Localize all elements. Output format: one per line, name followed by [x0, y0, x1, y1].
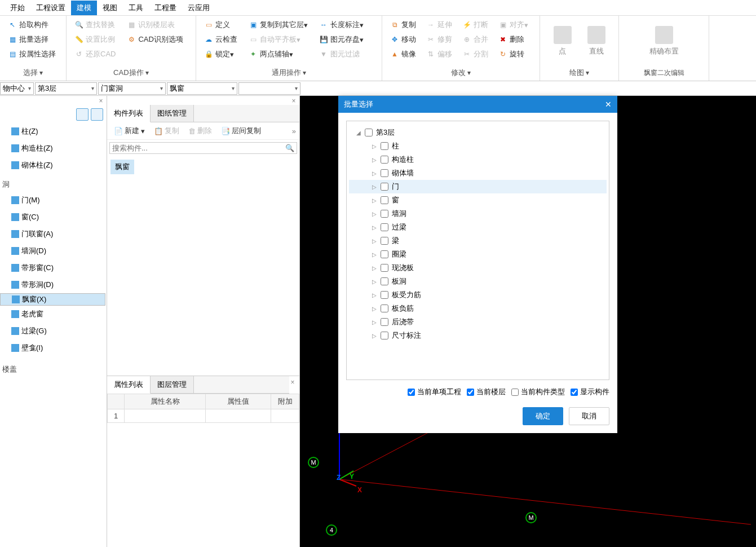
selector-category[interactable]: 门窗洞▾: [98, 82, 166, 95]
expand-icon[interactable]: ▷: [372, 197, 377, 204]
tree-item-8[interactable]: ▷圈梁: [349, 248, 607, 261]
tree-root[interactable]: ◢ 第3层: [349, 126, 607, 139]
tree-item-6[interactable]: ▷过梁: [349, 220, 607, 234]
split-button[interactable]: ✂分割: [459, 47, 492, 61]
move-button[interactable]: ✥移动: [387, 33, 419, 46]
align-button[interactable]: ▣对齐 ▾: [495, 18, 532, 32]
dialog-close-icon[interactable]: ✕: [605, 100, 612, 109]
tree-item-4[interactable]: ▷窗: [349, 193, 607, 207]
selector-type[interactable]: 飘窗▾: [167, 82, 237, 95]
length-dim-button[interactable]: ↔长度标注 ▾: [316, 18, 367, 32]
table-row[interactable]: 1: [108, 409, 299, 423]
tree-item-0[interactable]: ▷柱: [349, 139, 607, 153]
close-mid-icon[interactable]: ×: [290, 97, 298, 105]
delete-comp-button[interactable]: 🗑删除: [185, 125, 215, 137]
ok-button[interactable]: 确定: [523, 407, 563, 425]
select-by-prop-button[interactable]: ▤按属性选择: [5, 47, 59, 61]
expand-icon[interactable]: ▷: [372, 292, 377, 298]
tree-item-9[interactable]: ▷现浇板: [349, 261, 607, 275]
tree-item-1[interactable]: ▷构造柱: [349, 153, 607, 166]
item-checkbox[interactable]: [381, 277, 388, 285]
new-button[interactable]: 📄新建 ▾: [110, 125, 148, 137]
dialog-titlebar[interactable]: 批量选择 ✕: [338, 96, 617, 113]
menu-view[interactable]: 视图: [97, 1, 123, 15]
tree-item-10[interactable]: ▷板洞: [349, 275, 607, 288]
expand-icon[interactable]: ▷: [372, 238, 377, 244]
batch-select-button[interactable]: ▦批量选择: [5, 33, 59, 46]
find-replace-button[interactable]: 🔍查找替换: [71, 18, 119, 32]
tree-item-wallhole[interactable]: 墙洞(D): [0, 242, 107, 259]
tree-item-dormer[interactable]: 老虎窗: [0, 306, 107, 323]
expand-icon[interactable]: ▷: [372, 157, 377, 163]
item-checkbox[interactable]: [381, 237, 388, 245]
search-icon[interactable]: 🔍: [285, 144, 294, 152]
selector-floor[interactable]: 第3层▾: [35, 82, 97, 95]
pick-component-button[interactable]: ↖拾取构件: [5, 18, 59, 32]
restore-cad-button[interactable]: ↺还原CAD: [71, 47, 119, 61]
item-checkbox[interactable]: [381, 305, 388, 312]
copy-to-floor-button[interactable]: ▣复制到其它层 ▾: [245, 18, 311, 32]
tab-drawing-mgmt[interactable]: 图纸管理: [151, 105, 194, 122]
dialog-tree[interactable]: ◢ 第3层 ▷柱▷构造柱▷砌体墙▷门▷窗▷墙洞▷过梁▷梁▷圈梁▷现浇板▷板洞▷板…: [346, 121, 609, 380]
item-checkbox[interactable]: [381, 156, 388, 164]
root-checkbox[interactable]: [365, 129, 373, 136]
floor-copy-button[interactable]: 📑层间复制: [218, 125, 264, 137]
expand-icon[interactable]: ▷: [372, 184, 377, 190]
tree-item-zhu[interactable]: 柱(Z): [0, 123, 107, 140]
opt-cb-1[interactable]: [467, 389, 474, 396]
expand-icon[interactable]: ▷: [372, 224, 377, 231]
tab-layer-mgmt[interactable]: 图层管理: [151, 376, 194, 393]
tree-item-door[interactable]: 门(M): [0, 192, 107, 209]
tree-item-window[interactable]: 窗(C): [0, 209, 107, 226]
tree-item-12[interactable]: ▷板负筋: [349, 302, 607, 315]
two-point-axis-button[interactable]: ✦两点辅轴 ▾: [245, 47, 311, 61]
tree-item-14[interactable]: ▷尺寸标注: [349, 329, 607, 342]
collapse-icon[interactable]: ◢: [356, 130, 361, 136]
trim-button[interactable]: ✂修剪: [423, 33, 456, 46]
cancel-button[interactable]: 取消: [569, 407, 609, 425]
opt-cb-3[interactable]: [571, 389, 578, 396]
item-checkbox[interactable]: [381, 142, 388, 150]
menu-cloud[interactable]: 云应用: [182, 1, 215, 15]
menu-engsettings[interactable]: 工程设置: [30, 1, 71, 15]
extend-button[interactable]: →延伸: [423, 18, 456, 32]
rotate-button[interactable]: ↻旋转: [495, 47, 532, 61]
item-checkbox[interactable]: [381, 223, 388, 231]
expand-icon[interactable]: ▷: [372, 265, 377, 271]
expand-icon[interactable]: ▷: [372, 170, 377, 177]
expand-icon[interactable]: ▷: [372, 211, 377, 217]
define-button[interactable]: ▭定义: [201, 18, 241, 32]
close-prop-icon[interactable]: ×: [289, 378, 297, 386]
item-checkbox[interactable]: [381, 210, 388, 218]
cad-options-button[interactable]: ⚙CAD识别选项: [123, 33, 186, 46]
precise-layout-button[interactable]: 精确布置: [647, 18, 681, 64]
expand-icon[interactable]: ▷: [372, 319, 377, 325]
menu-modeling[interactable]: 建模: [71, 1, 97, 15]
tree-item-niche[interactable]: 壁龛(I): [0, 339, 107, 356]
opt-current-type[interactable]: 当前构件类型: [511, 387, 565, 397]
tree-item-3[interactable]: ▷门: [349, 180, 607, 193]
menu-tools[interactable]: 工具: [123, 1, 149, 15]
delete-button[interactable]: ✖删除: [495, 33, 532, 46]
tree-item-2[interactable]: ▷砌体墙: [349, 166, 607, 180]
view-list-icon[interactable]: [76, 108, 89, 121]
item-checkbox[interactable]: [381, 183, 388, 191]
item-checkbox[interactable]: [381, 196, 388, 204]
opt-current-floor[interactable]: 当前楼层: [467, 387, 506, 397]
tree-item-qiti[interactable]: 砌体柱(Z): [0, 157, 107, 174]
tree-item-striphole[interactable]: 带形洞(D): [0, 276, 107, 293]
selector-center[interactable]: 物中心▾: [0, 82, 34, 95]
menu-start[interactable]: 开始: [5, 1, 30, 15]
tab-prop-list[interactable]: 属性列表: [107, 376, 151, 394]
identify-floor-button[interactable]: ▦识别楼层表: [123, 18, 186, 32]
copy-button[interactable]: ⧉复制: [387, 18, 419, 32]
cloud-check-button[interactable]: ☁云检查: [201, 33, 241, 46]
offset-button[interactable]: ⇅偏移: [423, 47, 456, 61]
tab-component-list[interactable]: 构件列表: [107, 105, 151, 122]
view-grid-icon[interactable]: [91, 108, 103, 121]
mirror-button[interactable]: ▲镜像: [387, 47, 419, 61]
item-checkbox[interactable]: [381, 291, 388, 299]
filter-element-button[interactable]: ▼图元过滤: [316, 47, 367, 61]
tree-item-stripwindow[interactable]: 带形窗(C): [0, 259, 107, 276]
tree-item-doorwindow[interactable]: 门联窗(A): [0, 226, 107, 242]
